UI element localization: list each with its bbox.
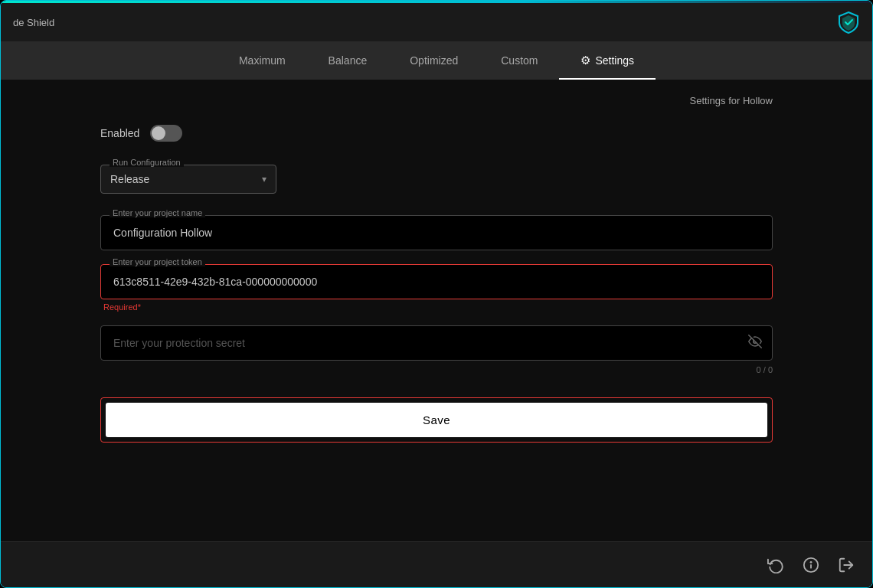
toggle-knob — [152, 126, 165, 140]
enabled-row: Enabled — [100, 125, 773, 142]
exit-icon[interactable] — [835, 554, 857, 576]
project-token-wrapper: Enter your project token Required* — [100, 264, 773, 312]
nav-bar: Maximum Balance Optimized Custom ⚙ Setti… — [1, 41, 872, 80]
run-config-value: Release — [110, 173, 149, 185]
bottom-bar — [1, 541, 872, 587]
eye-slash-icon[interactable] — [748, 335, 762, 351]
tab-maximum[interactable]: Maximum — [217, 41, 307, 80]
enabled-toggle[interactable] — [150, 125, 182, 142]
run-configuration-field: Run Configuration Release ▾ — [100, 165, 276, 194]
project-name-input[interactable] — [100, 215, 773, 250]
title-bar: de Shield — [1, 3, 872, 41]
run-config-dropdown[interactable]: Release ▾ — [100, 165, 276, 194]
tab-optimized-label: Optimized — [410, 54, 458, 67]
enabled-label: Enabled — [100, 127, 139, 139]
required-label: Required* — [100, 302, 773, 312]
project-token-label: Enter your project token — [110, 257, 205, 266]
tab-custom[interactable]: Custom — [479, 41, 559, 80]
shield-logo-icon — [837, 11, 860, 34]
app-title: de Shield — [13, 17, 54, 28]
project-token-input[interactable] — [100, 264, 773, 299]
save-button[interactable]: Save — [106, 403, 767, 437]
dropdown-arrow-icon: ▾ — [262, 174, 266, 185]
main-content: Settings for Hollow Enabled Run Configur… — [1, 80, 872, 541]
save-button-wrapper: Save — [100, 397, 773, 443]
project-name-label: Enter your project name — [110, 208, 205, 217]
tab-optimized[interactable]: Optimized — [388, 41, 479, 80]
char-count: 0 / 0 — [100, 365, 773, 374]
top-accent-bar — [1, 1, 872, 3]
tab-balance-label: Balance — [329, 54, 368, 67]
tab-maximum-label: Maximum — [239, 54, 286, 67]
project-name-field: Enter your project name — [100, 215, 773, 250]
tab-custom-label: Custom — [501, 54, 538, 67]
app-window: de Shield Maximum Balance Optimized Cust… — [0, 0, 873, 588]
settings-for-label: Settings for Hollow — [100, 95, 773, 106]
protection-secret-input[interactable] — [100, 325, 773, 361]
tab-balance[interactable]: Balance — [307, 41, 389, 80]
info-icon[interactable] — [800, 554, 822, 576]
tab-settings[interactable]: ⚙ Settings — [559, 41, 656, 80]
settings-gear-icon: ⚙ — [580, 54, 590, 67]
refresh-icon[interactable] — [765, 554, 786, 576]
tab-settings-label: Settings — [595, 54, 634, 67]
protection-secret-wrapper — [100, 325, 773, 361]
run-config-label: Run Configuration — [110, 158, 184, 167]
